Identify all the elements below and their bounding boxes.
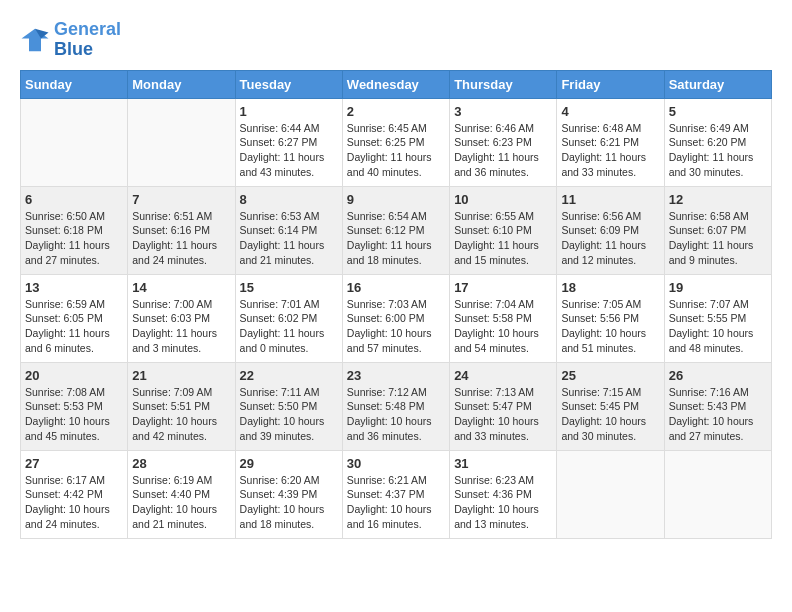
day-info: Sunrise: 7:11 AM Sunset: 5:50 PM Dayligh… xyxy=(240,385,338,444)
day-number: 29 xyxy=(240,456,338,471)
day-number: 24 xyxy=(454,368,552,383)
calendar-cell: 28Sunrise: 6:19 AM Sunset: 4:40 PM Dayli… xyxy=(128,450,235,538)
day-number: 21 xyxy=(132,368,230,383)
day-number: 5 xyxy=(669,104,767,119)
day-info: Sunrise: 6:49 AM Sunset: 6:20 PM Dayligh… xyxy=(669,121,767,180)
day-info: Sunrise: 7:09 AM Sunset: 5:51 PM Dayligh… xyxy=(132,385,230,444)
day-number: 25 xyxy=(561,368,659,383)
day-number: 26 xyxy=(669,368,767,383)
calendar-cell: 31Sunrise: 6:23 AM Sunset: 4:36 PM Dayli… xyxy=(450,450,557,538)
day-number: 19 xyxy=(669,280,767,295)
calendar-cell xyxy=(557,450,664,538)
calendar-cell: 17Sunrise: 7:04 AM Sunset: 5:58 PM Dayli… xyxy=(450,274,557,362)
calendar-cell: 11Sunrise: 6:56 AM Sunset: 6:09 PM Dayli… xyxy=(557,186,664,274)
calendar-cell: 13Sunrise: 6:59 AM Sunset: 6:05 PM Dayli… xyxy=(21,274,128,362)
calendar-cell: 12Sunrise: 6:58 AM Sunset: 6:07 PM Dayli… xyxy=(664,186,771,274)
day-of-week-header: Sunday xyxy=(21,70,128,98)
calendar-week-row: 13Sunrise: 6:59 AM Sunset: 6:05 PM Dayli… xyxy=(21,274,772,362)
day-info: Sunrise: 7:15 AM Sunset: 5:45 PM Dayligh… xyxy=(561,385,659,444)
logo: General Blue xyxy=(20,20,121,60)
day-number: 2 xyxy=(347,104,445,119)
day-number: 30 xyxy=(347,456,445,471)
day-number: 14 xyxy=(132,280,230,295)
day-number: 8 xyxy=(240,192,338,207)
calendar-cell xyxy=(128,98,235,186)
day-info: Sunrise: 6:51 AM Sunset: 6:16 PM Dayligh… xyxy=(132,209,230,268)
calendar-cell: 20Sunrise: 7:08 AM Sunset: 5:53 PM Dayli… xyxy=(21,362,128,450)
day-info: Sunrise: 6:54 AM Sunset: 6:12 PM Dayligh… xyxy=(347,209,445,268)
day-number: 16 xyxy=(347,280,445,295)
day-info: Sunrise: 7:03 AM Sunset: 6:00 PM Dayligh… xyxy=(347,297,445,356)
calendar-cell: 23Sunrise: 7:12 AM Sunset: 5:48 PM Dayli… xyxy=(342,362,449,450)
calendar-cell: 6Sunrise: 6:50 AM Sunset: 6:18 PM Daylig… xyxy=(21,186,128,274)
calendar-cell: 18Sunrise: 7:05 AM Sunset: 5:56 PM Dayli… xyxy=(557,274,664,362)
day-number: 18 xyxy=(561,280,659,295)
day-of-week-header: Saturday xyxy=(664,70,771,98)
day-info: Sunrise: 7:01 AM Sunset: 6:02 PM Dayligh… xyxy=(240,297,338,356)
day-number: 1 xyxy=(240,104,338,119)
day-number: 10 xyxy=(454,192,552,207)
calendar-cell: 5Sunrise: 6:49 AM Sunset: 6:20 PM Daylig… xyxy=(664,98,771,186)
calendar-cell: 26Sunrise: 7:16 AM Sunset: 5:43 PM Dayli… xyxy=(664,362,771,450)
day-number: 12 xyxy=(669,192,767,207)
day-info: Sunrise: 6:55 AM Sunset: 6:10 PM Dayligh… xyxy=(454,209,552,268)
day-info: Sunrise: 6:44 AM Sunset: 6:27 PM Dayligh… xyxy=(240,121,338,180)
calendar-cell: 14Sunrise: 7:00 AM Sunset: 6:03 PM Dayli… xyxy=(128,274,235,362)
day-number: 22 xyxy=(240,368,338,383)
calendar-cell: 16Sunrise: 7:03 AM Sunset: 6:00 PM Dayli… xyxy=(342,274,449,362)
calendar-cell: 15Sunrise: 7:01 AM Sunset: 6:02 PM Dayli… xyxy=(235,274,342,362)
calendar-cell: 7Sunrise: 6:51 AM Sunset: 6:16 PM Daylig… xyxy=(128,186,235,274)
page-header: General Blue xyxy=(20,20,772,60)
day-info: Sunrise: 6:46 AM Sunset: 6:23 PM Dayligh… xyxy=(454,121,552,180)
calendar-cell: 3Sunrise: 6:46 AM Sunset: 6:23 PM Daylig… xyxy=(450,98,557,186)
day-number: 31 xyxy=(454,456,552,471)
day-number: 17 xyxy=(454,280,552,295)
day-number: 9 xyxy=(347,192,445,207)
calendar-cell: 21Sunrise: 7:09 AM Sunset: 5:51 PM Dayli… xyxy=(128,362,235,450)
day-info: Sunrise: 6:58 AM Sunset: 6:07 PM Dayligh… xyxy=(669,209,767,268)
day-number: 7 xyxy=(132,192,230,207)
calendar-cell: 4Sunrise: 6:48 AM Sunset: 6:21 PM Daylig… xyxy=(557,98,664,186)
day-info: Sunrise: 6:45 AM Sunset: 6:25 PM Dayligh… xyxy=(347,121,445,180)
day-of-week-header: Thursday xyxy=(450,70,557,98)
day-number: 4 xyxy=(561,104,659,119)
day-of-week-header: Wednesday xyxy=(342,70,449,98)
day-info: Sunrise: 7:13 AM Sunset: 5:47 PM Dayligh… xyxy=(454,385,552,444)
day-info: Sunrise: 7:07 AM Sunset: 5:55 PM Dayligh… xyxy=(669,297,767,356)
calendar-week-row: 1Sunrise: 6:44 AM Sunset: 6:27 PM Daylig… xyxy=(21,98,772,186)
day-info: Sunrise: 6:56 AM Sunset: 6:09 PM Dayligh… xyxy=(561,209,659,268)
day-number: 28 xyxy=(132,456,230,471)
day-info: Sunrise: 7:16 AM Sunset: 5:43 PM Dayligh… xyxy=(669,385,767,444)
day-number: 27 xyxy=(25,456,123,471)
calendar-cell xyxy=(21,98,128,186)
calendar-week-row: 20Sunrise: 7:08 AM Sunset: 5:53 PM Dayli… xyxy=(21,362,772,450)
day-of-week-header: Friday xyxy=(557,70,664,98)
calendar-cell: 10Sunrise: 6:55 AM Sunset: 6:10 PM Dayli… xyxy=(450,186,557,274)
calendar-cell: 2Sunrise: 6:45 AM Sunset: 6:25 PM Daylig… xyxy=(342,98,449,186)
day-info: Sunrise: 6:50 AM Sunset: 6:18 PM Dayligh… xyxy=(25,209,123,268)
calendar-cell: 8Sunrise: 6:53 AM Sunset: 6:14 PM Daylig… xyxy=(235,186,342,274)
day-info: Sunrise: 6:48 AM Sunset: 6:21 PM Dayligh… xyxy=(561,121,659,180)
calendar-cell: 22Sunrise: 7:11 AM Sunset: 5:50 PM Dayli… xyxy=(235,362,342,450)
day-info: Sunrise: 7:05 AM Sunset: 5:56 PM Dayligh… xyxy=(561,297,659,356)
logo-icon xyxy=(20,25,50,55)
calendar-cell: 9Sunrise: 6:54 AM Sunset: 6:12 PM Daylig… xyxy=(342,186,449,274)
calendar-cell: 1Sunrise: 6:44 AM Sunset: 6:27 PM Daylig… xyxy=(235,98,342,186)
day-info: Sunrise: 6:20 AM Sunset: 4:39 PM Dayligh… xyxy=(240,473,338,532)
header-row: SundayMondayTuesdayWednesdayThursdayFrid… xyxy=(21,70,772,98)
day-info: Sunrise: 7:12 AM Sunset: 5:48 PM Dayligh… xyxy=(347,385,445,444)
day-info: Sunrise: 6:17 AM Sunset: 4:42 PM Dayligh… xyxy=(25,473,123,532)
calendar-table: SundayMondayTuesdayWednesdayThursdayFrid… xyxy=(20,70,772,539)
calendar-cell: 30Sunrise: 6:21 AM Sunset: 4:37 PM Dayli… xyxy=(342,450,449,538)
day-number: 13 xyxy=(25,280,123,295)
day-of-week-header: Monday xyxy=(128,70,235,98)
calendar-cell: 24Sunrise: 7:13 AM Sunset: 5:47 PM Dayli… xyxy=(450,362,557,450)
calendar-cell xyxy=(664,450,771,538)
calendar-cell: 19Sunrise: 7:07 AM Sunset: 5:55 PM Dayli… xyxy=(664,274,771,362)
calendar-week-row: 6Sunrise: 6:50 AM Sunset: 6:18 PM Daylig… xyxy=(21,186,772,274)
day-info: Sunrise: 6:23 AM Sunset: 4:36 PM Dayligh… xyxy=(454,473,552,532)
day-number: 11 xyxy=(561,192,659,207)
day-info: Sunrise: 6:19 AM Sunset: 4:40 PM Dayligh… xyxy=(132,473,230,532)
day-number: 3 xyxy=(454,104,552,119)
day-info: Sunrise: 6:21 AM Sunset: 4:37 PM Dayligh… xyxy=(347,473,445,532)
